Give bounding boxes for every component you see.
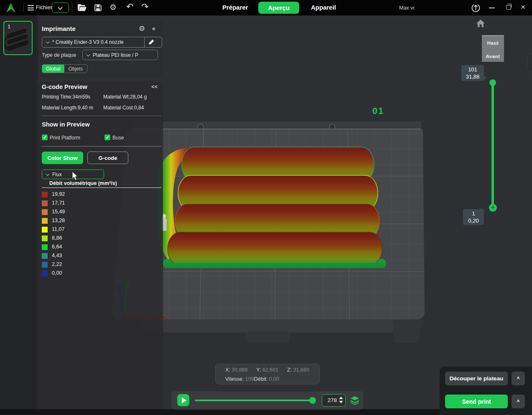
printer-select[interactable]: * Creality Ender-3 V3 0.4 nozzle bbox=[42, 37, 162, 48]
legend-underline bbox=[42, 187, 161, 188]
layer-slider-top-handle[interactable] bbox=[489, 79, 496, 86]
flow-value: 0,00 bbox=[269, 376, 279, 382]
checkbox-print-platform[interactable]: ✓ Print Platform bbox=[42, 134, 80, 141]
progress-slider-track[interactable] bbox=[195, 400, 316, 401]
layer-number-stepper[interactable]: 278 bbox=[322, 394, 346, 407]
edit-pencil-icon[interactable] bbox=[145, 39, 156, 46]
edge-collapsed-button[interactable] bbox=[527, 53, 532, 72]
app-logo bbox=[5, 2, 17, 13]
legend-value: 13,28 bbox=[52, 218, 65, 223]
plate-thumbnail-index: 1 bbox=[8, 23, 10, 30]
plate-thumbnail[interactable]: 1 bbox=[3, 21, 33, 55]
printer-panel-collapse-icon[interactable]: « bbox=[152, 25, 155, 32]
layer-slider-top-badge: 101 31,88 bbox=[461, 65, 484, 81]
legend-swatch bbox=[42, 200, 48, 206]
title-bar: Fichier ⚙ ↶ ↷ Préparer Aperçu Appareil M… bbox=[0, 0, 532, 15]
gcode-stat: Printing Time:34m59s bbox=[42, 94, 90, 100]
legend-value: 11,07 bbox=[52, 226, 64, 232]
stepper-up-icon[interactable] bbox=[339, 397, 343, 399]
chevron-down-icon bbox=[46, 40, 49, 43]
divider bbox=[42, 116, 161, 116]
progress-slider-handle[interactable] bbox=[309, 397, 316, 404]
y-value: 62,601 bbox=[262, 367, 278, 373]
checkbox-label: Print Platform bbox=[50, 134, 80, 141]
slice-options-button[interactable]: ^ bbox=[512, 372, 525, 385]
toolbar-divider bbox=[23, 3, 24, 12]
chevron-down-icon bbox=[46, 172, 49, 175]
orientation-cube[interactable]: Haut Avant bbox=[482, 35, 504, 62]
printer-panel: Imprimante ⚙ « * Creality Ender-3 V3 0.4… bbox=[38, 21, 163, 78]
flow-label: Débit: bbox=[254, 376, 268, 382]
layer-slider-bottom-handle[interactable]: + bbox=[489, 204, 497, 212]
top-badge-height: 31,88 bbox=[461, 73, 484, 80]
open-folder-icon[interactable] bbox=[77, 4, 87, 12]
printer-select-value: * Creality Ender-3 V3 0.4 nozzle bbox=[52, 39, 143, 45]
legend-value: 19,92 bbox=[52, 191, 65, 197]
legend-value: 15,49 bbox=[52, 209, 65, 215]
chevron-down-icon bbox=[58, 5, 62, 10]
window-extra-text: Max vo bbox=[399, 5, 415, 12]
tab-objets[interactable]: Objets bbox=[64, 65, 87, 73]
z-value: 31,880 bbox=[293, 367, 309, 373]
playback-bar: 278 bbox=[171, 391, 364, 410]
legend-swatch bbox=[42, 209, 48, 215]
slice-plate-button[interactable]: Découper le plateau bbox=[445, 372, 508, 385]
cloud-upload-icon[interactable] bbox=[471, 3, 481, 13]
scope-tabs: Global Objets bbox=[42, 64, 87, 73]
menu-icon[interactable] bbox=[28, 5, 34, 10]
tab-preparer[interactable]: Préparer bbox=[222, 4, 248, 11]
tab-appareil[interactable]: Appareil bbox=[311, 4, 336, 11]
legend-swatch bbox=[42, 218, 48, 224]
z-label: Z: bbox=[287, 367, 292, 373]
bottom-badge-layer: 1 bbox=[463, 210, 484, 217]
stepper-down-icon[interactable] bbox=[339, 401, 343, 403]
speed-label: Vitesse: bbox=[225, 376, 244, 382]
home-view-icon[interactable] bbox=[476, 19, 486, 28]
tab-apercu[interactable]: Aperçu bbox=[258, 2, 299, 14]
legend-value: 17,71 bbox=[52, 200, 65, 206]
gcode-stat: Material Cost:0,84 bbox=[103, 105, 144, 111]
plate-type-label: Type de plaque bbox=[42, 52, 76, 58]
send-options-button[interactable]: ^ bbox=[512, 395, 525, 408]
flux-select-value: Flux bbox=[52, 172, 62, 177]
legend-swatch bbox=[42, 271, 48, 276]
cube-face-top[interactable]: Haut bbox=[482, 40, 504, 46]
printer-panel-title: Imprimante bbox=[42, 25, 76, 32]
save-icon[interactable] bbox=[94, 4, 102, 11]
layers-icon[interactable] bbox=[350, 396, 359, 405]
speed-value: 109 bbox=[245, 376, 254, 382]
undo-icon[interactable]: ↶ bbox=[126, 3, 134, 10]
legend-value: 2,22 bbox=[52, 261, 62, 267]
checkbox-buse[interactable]: ✓ Buse bbox=[104, 134, 124, 141]
file-menu[interactable]: Fichier bbox=[36, 4, 52, 10]
tab-global[interactable]: Global bbox=[42, 65, 64, 73]
color-show-button[interactable]: Color Show bbox=[42, 152, 83, 164]
gcode-preview-title: G-code Preview bbox=[42, 84, 87, 90]
redo-icon[interactable]: ↷ bbox=[141, 3, 149, 10]
gcode-stat: Material Length:9,40 m bbox=[42, 105, 93, 111]
legend-swatch bbox=[42, 253, 48, 259]
top-badge-layer: 101 bbox=[461, 66, 484, 73]
file-menu-dropdown-button[interactable] bbox=[52, 3, 69, 13]
plate-type-select[interactable]: Plateau PEI lisse / P bbox=[82, 50, 158, 60]
window-restore-button[interactable] bbox=[506, 5, 511, 10]
settings-gear-icon[interactable]: ⚙ bbox=[109, 3, 117, 11]
cube-face-front[interactable]: Avant bbox=[482, 54, 504, 59]
checkbox-checked-icon: ✓ bbox=[42, 134, 48, 140]
mouse-cursor bbox=[72, 172, 79, 181]
legend-value: 6,64 bbox=[52, 244, 62, 250]
gcode-panel-collapse-icon[interactable]: << bbox=[151, 84, 158, 90]
gcode-status-box: X: 30,869 Y: 62,601 Z: 31,880 Vitesse: 1… bbox=[215, 364, 320, 385]
window-close-button[interactable]: × bbox=[521, 3, 525, 12]
send-print-button[interactable]: Send print bbox=[445, 395, 508, 408]
play-button[interactable] bbox=[177, 394, 189, 406]
printed-object[interactable] bbox=[154, 147, 386, 268]
window-minimize-button[interactable] bbox=[489, 8, 495, 8]
plate-type-value: Plateau PEI lisse / P bbox=[93, 52, 138, 58]
legend-title: Débit volumétrique (mm³/s) bbox=[49, 180, 117, 186]
printer-settings-gear-icon[interactable]: ⚙ bbox=[139, 24, 145, 33]
gcode-button[interactable]: G-code bbox=[87, 152, 128, 164]
legend-swatch bbox=[42, 192, 48, 197]
layer-slider-track[interactable] bbox=[491, 82, 494, 208]
gcode-preview-panel: G-code Preview << Printing Time:34m59sMa… bbox=[38, 82, 163, 409]
